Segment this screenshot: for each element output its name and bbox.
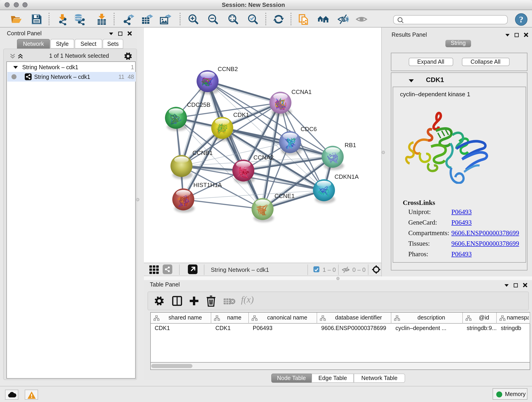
svg-text:CDKN1A: CDKN1A [335,173,359,180]
svg-text:CDC25B: CDC25B [187,101,210,108]
svg-text:CCNB1: CCNB1 [192,149,213,156]
svg-text:CCNA1: CCNA1 [291,89,312,95]
svg-text:RB1: RB1 [345,142,356,148]
svg-text:CCNB2: CCNB2 [218,65,238,72]
svg-text:CDC6: CDC6 [301,126,317,133]
svg-text:CCNA2: CCNA2 [253,154,273,161]
svg-text:CCNE1: CCNE1 [274,192,295,199]
svg-text:HIST1H1A: HIST1H1A [193,182,222,188]
svg-text:CDK1: CDK1 [233,111,249,118]
